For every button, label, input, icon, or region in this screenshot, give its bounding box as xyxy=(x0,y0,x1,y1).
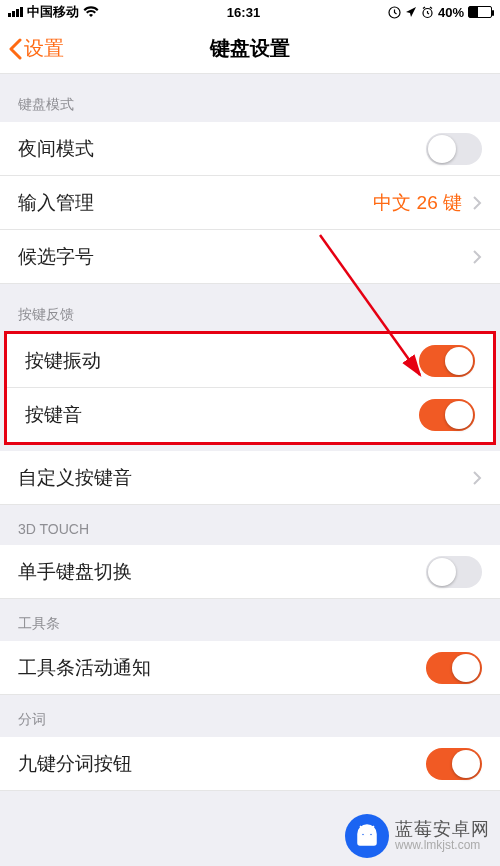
battery-icon xyxy=(468,6,492,18)
toggle-key-vibrate[interactable] xyxy=(419,345,475,377)
nav-bar: 设置 键盘设置 xyxy=(0,24,500,74)
chevron-right-icon xyxy=(472,470,482,486)
row-ninekey-segment[interactable]: 九键分词按钮 xyxy=(0,737,500,791)
row-candidate-size[interactable]: 候选字号 xyxy=(0,230,500,284)
row-label: 九键分词按钮 xyxy=(18,751,426,777)
toggle-ninekey[interactable] xyxy=(426,748,482,780)
section-header-toolbar: 工具条 xyxy=(0,599,500,641)
chevron-right-icon xyxy=(472,195,482,211)
row-key-vibrate[interactable]: 按键振动 xyxy=(7,334,493,388)
row-custom-sound[interactable]: 自定义按键音 xyxy=(0,451,500,505)
status-left: 中国移动 xyxy=(8,3,99,21)
row-label: 按键音 xyxy=(25,402,419,428)
toggle-onehand[interactable] xyxy=(426,556,482,588)
row-onehand-switch[interactable]: 单手键盘切换 xyxy=(0,545,500,599)
status-time: 16:31 xyxy=(227,5,260,20)
page-title: 键盘设置 xyxy=(210,35,290,62)
clock-icon xyxy=(388,6,401,19)
toggle-night-mode[interactable] xyxy=(426,133,482,165)
annotation-highlight-box: 按键振动 按键音 xyxy=(4,331,496,445)
watermark-url: www.lmkjst.com xyxy=(395,839,490,853)
signal-icon xyxy=(8,7,23,17)
status-bar: 中国移动 16:31 40% xyxy=(0,0,500,24)
section-header-3dtouch: 3D TOUCH xyxy=(0,505,500,545)
row-label: 候选字号 xyxy=(18,244,472,270)
row-label: 夜间模式 xyxy=(18,136,426,162)
alarm-icon xyxy=(421,6,434,19)
row-label: 输入管理 xyxy=(18,190,373,216)
toggle-key-sound[interactable] xyxy=(419,399,475,431)
watermark-title: 蓝莓安卓网 xyxy=(395,819,490,840)
battery-pct: 40% xyxy=(438,5,464,20)
watermark-logo-icon xyxy=(345,814,389,858)
row-input-management[interactable]: 输入管理 中文 26 键 xyxy=(0,176,500,230)
wifi-icon xyxy=(83,6,99,18)
section-header-keyboard-mode: 键盘模式 xyxy=(0,74,500,122)
row-value: 中文 26 键 xyxy=(373,190,462,216)
section-header-feedback: 按键反馈 xyxy=(0,284,500,332)
carrier-label: 中国移动 xyxy=(27,3,79,21)
status-right: 40% xyxy=(388,5,492,20)
back-button[interactable]: 设置 xyxy=(8,24,64,73)
toggle-toolbar-activity[interactable] xyxy=(426,652,482,684)
back-label: 设置 xyxy=(24,35,64,62)
watermark: 蓝莓安卓网 www.lmkjst.com xyxy=(345,814,490,858)
row-night-mode[interactable]: 夜间模式 xyxy=(0,122,500,176)
row-key-sound[interactable]: 按键音 xyxy=(7,388,493,442)
section-header-segmentation: 分词 xyxy=(0,695,500,737)
chevron-right-icon xyxy=(472,249,482,265)
row-label: 单手键盘切换 xyxy=(18,559,426,585)
chevron-left-icon xyxy=(8,38,22,60)
row-label: 工具条活动通知 xyxy=(18,655,426,681)
row-label: 自定义按键音 xyxy=(18,465,472,491)
row-toolbar-activity[interactable]: 工具条活动通知 xyxy=(0,641,500,695)
location-icon xyxy=(405,6,417,18)
row-label: 按键振动 xyxy=(25,348,419,374)
